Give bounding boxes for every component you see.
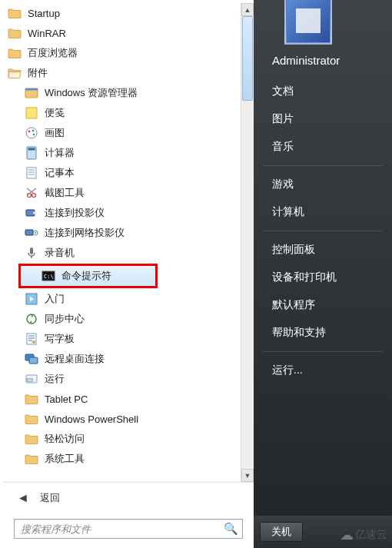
right-menu-item[interactable]: 音乐	[254, 133, 392, 161]
highlight-box: C:\命令提示符	[18, 264, 158, 288]
folder-label: WinRAR	[28, 28, 66, 39]
folder-label: 百度浏览器	[28, 46, 78, 60]
scroll-up-icon[interactable]: ▲	[241, 3, 254, 16]
folder-icon	[8, 66, 22, 80]
paint-icon	[25, 126, 38, 140]
cmd-icon: C:\	[42, 269, 55, 283]
program-item[interactable]: 系统工具	[3, 449, 241, 469]
program-item[interactable]: 记事本	[3, 163, 241, 183]
svg-point-6	[33, 134, 35, 136]
right-menu-item[interactable]: 帮助和支持	[254, 319, 392, 347]
right-menu-item[interactable]: 控制面板	[254, 236, 392, 264]
getstarted-icon	[25, 292, 38, 306]
svg-rect-20	[30, 247, 33, 254]
svg-rect-2	[26, 108, 37, 118]
right-menu-item[interactable]: 运行...	[254, 357, 392, 384]
folder-icon	[25, 392, 38, 406]
right-menu-item[interactable]: 默认程序	[254, 291, 392, 319]
separator	[263, 231, 383, 231]
right-menu-item[interactable]: 设备和打印机	[254, 264, 392, 291]
svg-rect-9	[27, 168, 36, 178]
program-item[interactable]: Tablet PC	[3, 389, 241, 409]
program-item[interactable]: 入门	[3, 289, 241, 309]
user-picture[interactable]	[284, 0, 332, 45]
right-menu-item[interactable]: 游戏	[254, 171, 392, 198]
program-item[interactable]: 轻松访问	[3, 429, 241, 449]
folder-label: 附件	[28, 66, 48, 80]
program-label: 录音机	[45, 246, 75, 260]
back-button[interactable]: ◄ 返回	[3, 482, 254, 513]
cloud-icon: ☁	[340, 526, 354, 543]
projector-icon	[25, 206, 38, 220]
program-item[interactable]: 画图	[3, 123, 241, 143]
program-label: 画图	[45, 126, 65, 140]
program-label: 写字板	[45, 332, 75, 346]
program-label: 远程桌面连接	[45, 352, 105, 366]
folder-icon	[25, 412, 38, 426]
program-label: 运行	[45, 372, 65, 386]
watermark: ☁ 亿速云	[340, 526, 387, 543]
folder-icon	[8, 6, 22, 20]
program-item[interactable]: 同步中心	[3, 309, 241, 329]
search-input[interactable]	[15, 523, 219, 535]
program-folder[interactable]: 附件	[3, 63, 241, 83]
program-label: 计算器	[45, 146, 75, 160]
svg-rect-8	[28, 148, 35, 151]
program-label: 系统工具	[45, 452, 85, 466]
right-menu-item[interactable]: 计算机	[254, 198, 392, 226]
program-list: StartupWinRAR百度浏览器附件Windows 资源管理器便笺画图计算器…	[3, 3, 241, 482]
snip-icon	[25, 186, 38, 200]
program-item[interactable]: 连接到网络投影仪	[3, 223, 241, 243]
right-panel: Administrator 文档图片音乐游戏计算机控制面板设备和打印机默认程序帮…	[254, 0, 392, 548]
notepad-icon	[25, 166, 38, 180]
rdp-icon	[25, 352, 38, 366]
scroll-down-icon[interactable]: ▼	[241, 469, 254, 482]
svg-point-3	[26, 128, 37, 138]
wordpad-icon	[25, 332, 38, 346]
program-folder[interactable]: 百度浏览器	[3, 43, 241, 63]
folder-icon	[25, 432, 38, 446]
program-folder[interactable]: WinRAR	[3, 23, 241, 43]
separator	[263, 351, 383, 352]
program-item[interactable]: 运行	[3, 369, 241, 389]
shutdown-button[interactable]: 关机	[260, 522, 303, 542]
program-item[interactable]: Windows PowerShell	[3, 409, 241, 429]
separator	[263, 165, 383, 166]
program-label: 命令提示符	[61, 269, 111, 283]
program-folder[interactable]: Startup	[3, 3, 241, 23]
program-item[interactable]: 便笺	[3, 103, 241, 123]
right-menu-item[interactable]: 文档	[254, 78, 392, 105]
svg-point-19	[35, 232, 36, 234]
program-label: 记事本	[45, 166, 75, 180]
folder-icon	[8, 26, 22, 40]
program-label: Windows PowerShell	[45, 413, 138, 425]
program-item[interactable]: 计算器	[3, 143, 241, 163]
program-item[interactable]: 录音机	[3, 243, 241, 263]
program-item[interactable]: Windows 资源管理器	[3, 83, 241, 103]
svg-point-5	[32, 130, 35, 132]
left-panel: StartupWinRAR百度浏览器附件Windows 资源管理器便笺画图计算器…	[0, 0, 254, 548]
scroll-thumb[interactable]	[242, 16, 253, 101]
svg-text:C:\: C:\	[44, 274, 54, 280]
program-item[interactable]: C:\命令提示符	[21, 266, 155, 286]
program-label: 轻松访问	[45, 432, 85, 446]
right-menu-item[interactable]: 图片	[254, 105, 392, 133]
program-item[interactable]: 连接到投影仪	[3, 203, 241, 223]
program-item[interactable]: 截图工具	[3, 183, 241, 203]
user-name[interactable]: Administrator	[254, 51, 392, 78]
program-label: 便笺	[45, 106, 65, 120]
program-label: 入门	[45, 292, 65, 306]
search-box[interactable]: 🔍	[14, 519, 243, 539]
svg-point-16	[33, 211, 36, 214]
program-label: Windows 资源管理器	[45, 86, 138, 100]
svg-point-26	[32, 340, 35, 344]
folder-icon	[8, 46, 22, 60]
scrollbar[interactable]: ▲ ▼	[241, 3, 254, 482]
search-row: 🔍	[3, 513, 254, 548]
program-item[interactable]: 远程桌面连接	[3, 349, 241, 369]
netproj-icon	[25, 226, 38, 240]
watermark-label: 亿速云	[355, 528, 387, 542]
program-label: 截图工具	[45, 186, 85, 200]
program-item[interactable]: 写字板	[3, 329, 241, 349]
program-label: 连接到投影仪	[45, 206, 105, 220]
